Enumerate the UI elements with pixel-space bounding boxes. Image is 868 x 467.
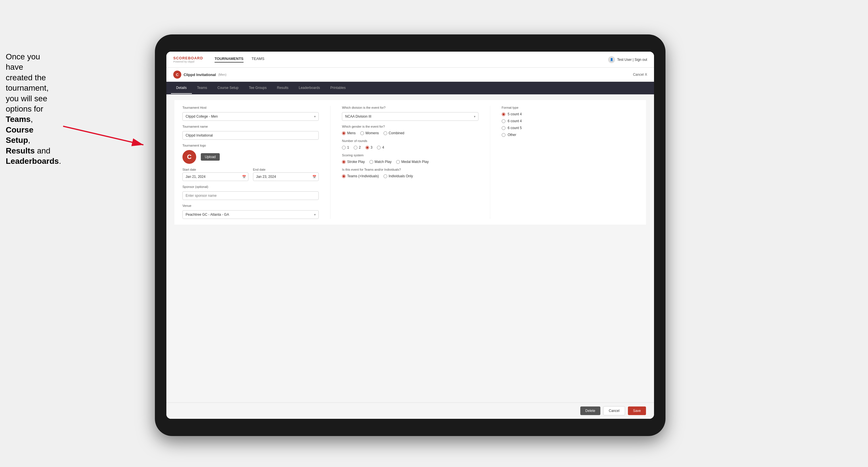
scoring-medal-match-play[interactable]: Medal Match Play	[396, 160, 429, 164]
rounds-2-radio[interactable]	[354, 146, 358, 150]
form-separator-1	[330, 106, 331, 219]
scoring-label: Scoring system	[342, 153, 478, 157]
form-separator-2	[490, 106, 490, 219]
upload-button[interactable]: Upload	[201, 153, 220, 161]
save-button[interactable]: Save	[628, 406, 646, 415]
top-nav: SCOREBOARD Powered by clippd TOURNAMENTS…	[166, 52, 654, 68]
division-field: Which division is the event for? NCAA Di…	[342, 106, 478, 121]
format-6count5[interactable]: 6 count 5	[502, 126, 638, 130]
division-select[interactable]: NCAA Division III	[342, 112, 478, 121]
logo-sub: Powered by clippd	[173, 60, 203, 63]
format-type-label: Format type	[502, 106, 638, 109]
venue-field: Venue Peachtree GC - Atlanta - GA	[182, 204, 319, 219]
rounds-radio-group: 1 2 3 4	[342, 146, 478, 150]
tournament-cancel-button[interactable]: Cancel X	[633, 72, 647, 76]
tab-tee-groups[interactable]: Tee Groups	[244, 82, 272, 94]
end-date-input[interactable]	[253, 173, 319, 181]
venue-select[interactable]: Peachtree GC - Atlanta - GA	[182, 210, 319, 219]
scoring-match-play[interactable]: Match Play	[369, 160, 392, 164]
tab-leaderboards[interactable]: Leaderboards	[293, 82, 325, 94]
tournament-name-label: Tournament name	[182, 125, 319, 128]
tournament-title: C Clippd Invitational (Men)	[173, 70, 226, 79]
tournament-name: Clippd Invitational	[184, 72, 216, 77]
tournament-host-label: Tournament Host	[182, 106, 319, 109]
tab-results[interactable]: Results	[272, 82, 293, 94]
tab-printables[interactable]: Printables	[325, 82, 351, 94]
tournament-host-field: Tournament Host Clippd College - Men	[182, 106, 319, 121]
delete-button[interactable]: Delete	[580, 406, 601, 415]
tournament-name-input[interactable]	[182, 131, 319, 140]
format-6count4[interactable]: 6 count 4	[502, 119, 638, 123]
venue-select-wrap: Peachtree GC - Atlanta - GA	[182, 210, 319, 219]
format-5count4[interactable]: 5 count 4	[502, 112, 638, 116]
gender-label: Which gender is the event for?	[342, 125, 478, 128]
end-date-wrap	[253, 173, 319, 181]
teams-label: Is this event for Teams and/or Individua…	[342, 168, 478, 171]
rounds-1[interactable]: 1	[342, 146, 349, 150]
scoring-match-play-radio[interactable]	[369, 160, 373, 164]
format-6count4-radio[interactable]	[502, 119, 505, 123]
nav-links: TOURNAMENTS TEAMS	[215, 57, 599, 63]
tab-teams[interactable]: Teams	[192, 82, 212, 94]
logo-text: SCOREBOARD	[173, 56, 203, 60]
division-select-wrap: NCAA Division III	[342, 112, 478, 121]
tournament-logo-label: Tournament logo	[182, 144, 319, 147]
individuals-only-radio[interactable]	[383, 175, 387, 178]
tournament-header: C Clippd Invitational (Men) Cancel X	[166, 68, 654, 82]
format-other[interactable]: Other	[502, 133, 638, 137]
scoring-stroke-play[interactable]: Stroke Play	[342, 160, 365, 164]
date-row: Start date End date	[182, 168, 319, 181]
venue-label: Venue	[182, 204, 319, 208]
user-signin-text[interactable]: Test User | Sign out	[617, 58, 647, 62]
tournament-host-select-wrap: Clippd College - Men	[182, 112, 319, 121]
format-6count5-radio[interactable]	[502, 126, 505, 130]
scoring-medal-match-play-radio[interactable]	[396, 160, 400, 164]
individuals-only[interactable]: Individuals Only	[383, 174, 413, 178]
sponsor-input[interactable]	[182, 191, 319, 200]
division-label: Which division is the event for?	[342, 106, 478, 109]
logo-upload-area: C Upload	[182, 150, 319, 164]
teams-radio-group: Teams (+Individuals) Individuals Only	[342, 174, 478, 178]
teams-plus-individuals[interactable]: Teams (+Individuals)	[342, 174, 379, 178]
tournament-host-select[interactable]: Clippd College - Men	[182, 112, 319, 121]
teams-plus-radio[interactable]	[342, 175, 346, 178]
logo-preview-circle: C	[182, 150, 196, 164]
nav-teams[interactable]: TEAMS	[252, 57, 265, 63]
main-content: Tournament Host Clippd College - Men Tou…	[166, 94, 654, 402]
sponsor-label: Sponsor (optional)	[182, 185, 319, 188]
start-date-input[interactable]	[182, 173, 248, 181]
form-far-right-column: Format type 5 count 4 6 count 4	[502, 106, 638, 219]
nav-user: 👤 Test User | Sign out	[608, 56, 647, 63]
rounds-3[interactable]: 3	[366, 146, 373, 150]
gender-mens-radio[interactable]	[342, 131, 346, 135]
tablet-screen: SCOREBOARD Powered by clippd TOURNAMENTS…	[166, 52, 654, 419]
bottom-action-bar: Delete Cancel Save	[166, 402, 654, 419]
instruction-text: Once you have created the tournament, yo…	[0, 46, 63, 172]
form-area: Tournament Host Clippd College - Men Tou…	[175, 100, 646, 225]
scoring-radio-group: Stroke Play Match Play Medal Match Play	[342, 160, 478, 164]
gender-mens[interactable]: Mens	[342, 131, 355, 135]
scoring-field: Scoring system Stroke Play Match Play	[342, 153, 478, 164]
scoring-stroke-play-radio[interactable]	[342, 160, 346, 164]
rounds-4-radio[interactable]	[377, 146, 381, 150]
rounds-2[interactable]: 2	[354, 146, 361, 150]
tournament-logo-field: Tournament logo C Upload	[182, 144, 319, 164]
gender-combined[interactable]: Combined	[383, 131, 404, 135]
format-other-radio[interactable]	[502, 133, 505, 137]
format-5count4-radio[interactable]	[502, 113, 505, 116]
cancel-button[interactable]: Cancel	[603, 406, 625, 415]
gender-womens-radio[interactable]	[360, 131, 364, 135]
nav-tournaments[interactable]: TOURNAMENTS	[215, 57, 244, 63]
gender-combined-radio[interactable]	[383, 131, 387, 135]
gender-womens[interactable]: Womens	[360, 131, 379, 135]
tab-details[interactable]: Details	[171, 82, 192, 94]
format-type-field: Format type 5 count 4 6 count 4	[502, 106, 638, 137]
format-radio-group: 5 count 4 6 count 4 6 count 5	[502, 112, 638, 137]
form-left-column: Tournament Host Clippd College - Men Tou…	[182, 106, 319, 219]
start-date-wrap	[182, 173, 248, 181]
tab-course-setup[interactable]: Course Setup	[212, 82, 244, 94]
end-date-col: End date	[253, 168, 319, 181]
rounds-3-radio[interactable]	[366, 146, 369, 150]
rounds-4[interactable]: 4	[377, 146, 384, 150]
rounds-1-radio[interactable]	[342, 146, 346, 150]
